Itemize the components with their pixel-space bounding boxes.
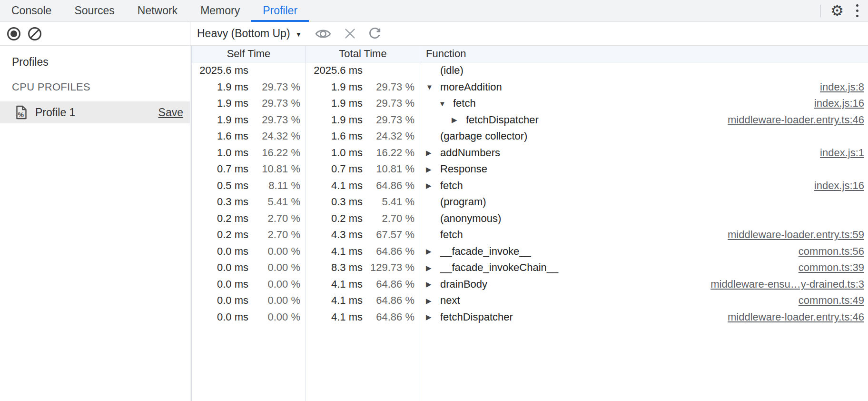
tabbar-right-controls: ⚙ — [820, 0, 868, 21]
self-time-percent: 29.73 % — [248, 97, 306, 110]
self-time-percent: 2.70 % — [248, 212, 306, 225]
source-location-link[interactable]: index.js:8 — [820, 81, 864, 93]
table-row[interactable]: 0.3 ms 5.41 % 0.3 ms 5.41 % (program) — [192, 194, 868, 211]
self-time-ms: 0.5 ms — [192, 180, 248, 192]
clear-profiles-icon[interactable] — [27, 26, 42, 41]
total-time-percent: 29.73 % — [363, 81, 420, 93]
function-cell: ▶ addNumbers index.js:1 — [420, 145, 868, 161]
profiles-heading: Profiles — [0, 56, 190, 69]
self-time-percent: 29.73 % — [248, 114, 306, 126]
function-cell: ▼ fetch index.js:16 — [420, 95, 868, 112]
total-time-ms: 1.0 ms — [306, 147, 363, 159]
self-time-percent: 29.73 % — [248, 81, 306, 93]
toolbar-divider — [820, 5, 821, 17]
expand-arrow-icon[interactable]: ▼ — [439, 100, 453, 107]
total-time-ms: 0.2 ms — [306, 212, 363, 225]
sidebar-item-profile-1[interactable]: % Profile 1 Save — [0, 101, 190, 123]
table-row[interactable]: 1.9 ms 29.73 % 1.9 ms 29.73 % ▶ fetchDis… — [192, 112, 868, 129]
devtools-tabbar: ConsoleSourcesNetworkMemoryProfiler ⚙ — [0, 0, 868, 22]
self-time-ms: 0.7 ms — [192, 163, 248, 175]
total-time-percent: 16.22 % — [363, 147, 420, 159]
expand-arrow-icon[interactable]: ▶ — [426, 149, 440, 156]
panel-tabs: ConsoleSourcesNetworkMemoryProfiler — [0, 0, 309, 21]
grid-body: 2025.6 ms 2025.6 ms (idle) 1.9 ms 29.73 … — [192, 62, 868, 232]
function-name: fetchDispatcher — [466, 114, 539, 126]
self-time-percent: 5.41 % — [248, 196, 306, 208]
grid-header-row: Self Time Total Time Function — [192, 46, 868, 62]
column-header-total-time[interactable]: Total Time — [306, 46, 420, 62]
column-header-function[interactable]: Function — [420, 46, 868, 62]
function-name: addNumbers — [440, 147, 500, 159]
total-time-cell: 0.7 ms 10.81 % — [306, 161, 420, 178]
profile-name: Profile 1 — [35, 106, 75, 119]
self-time-cell: 1.9 ms 29.73 % — [192, 112, 306, 129]
total-time-ms: 1.9 ms — [306, 81, 363, 93]
settings-gear-icon[interactable]: ⚙ — [830, 3, 844, 18]
column-header-self-time[interactable]: Self Time — [192, 46, 306, 62]
exclude-function-x-icon[interactable] — [344, 27, 356, 40]
total-time-ms: 0.3 ms — [306, 196, 363, 208]
source-location-link[interactable]: index.js:1 — [820, 147, 864, 159]
focus-function-eye-icon[interactable] — [315, 28, 332, 40]
devtools-body: Profiles CPU PROFILES % Profile 1 Save H… — [0, 22, 868, 401]
total-time-cell: 1.6 ms 24.32 % — [306, 128, 420, 145]
total-time-percent: 10.81 % — [363, 163, 420, 175]
record-profile-icon[interactable] — [6, 26, 21, 41]
expand-arrow-icon[interactable]: ▶ — [452, 116, 466, 123]
table-row[interactable]: 1.9 ms 29.73 % 1.9 ms 29.73 % ▼ moreAddi… — [192, 79, 868, 96]
tab-console[interactable]: Console — [0, 0, 63, 21]
self-time-ms: 1.9 ms — [192, 81, 248, 93]
restore-functions-refresh-icon[interactable] — [367, 26, 382, 41]
source-location-link[interactable]: index.js:16 — [814, 97, 864, 110]
table-row[interactable]: 1.9 ms 29.73 % 1.9 ms 29.73 % ▼ fetch in… — [192, 95, 868, 112]
source-location-link[interactable]: index.js:16 — [814, 180, 864, 192]
dropdown-caret-icon: ▼ — [296, 30, 302, 38]
profile-view-toolbar: Heavy (Bottom Up) ▼ — [190, 22, 868, 46]
total-time-ms: 2025.6 ms — [306, 64, 363, 77]
profile-data-grid: Self Time Total Time Function 2025.6 ms … — [191, 46, 868, 401]
function-cell: (anonymous) — [420, 211, 868, 227]
self-time-cell: 0.3 ms 5.41 % — [192, 194, 306, 211]
function-cell: (program) — [420, 194, 868, 211]
save-profile-link[interactable]: Save — [158, 106, 183, 119]
total-time-percent: 2.70 % — [363, 212, 420, 225]
view-mode-dropdown[interactable]: Heavy (Bottom Up) ▼ — [197, 27, 302, 40]
total-time-percent: 29.73 % — [363, 97, 420, 110]
view-mode-label: Heavy (Bottom Up) — [197, 27, 290, 40]
cpu-profiles-section-heading: CPU PROFILES — [0, 81, 190, 93]
tab-memory[interactable]: Memory — [189, 0, 251, 21]
function-name: fetch — [440, 180, 463, 192]
devtools-window: ConsoleSourcesNetworkMemoryProfiler ⚙ — [0, 0, 868, 401]
source-location-link[interactable]: middleware-loader.entry.ts:46 — [728, 114, 864, 126]
self-time-ms: 0.2 ms — [192, 212, 248, 225]
self-time-cell: 0.7 ms 10.81 % — [192, 161, 306, 178]
table-row[interactable]: 0.2 ms 2.70 % 0.2 ms 2.70 % (anonymous) — [192, 211, 868, 227]
function-name: (garbage collector) — [440, 130, 527, 142]
svg-text:%: % — [18, 111, 24, 119]
total-time-cell: 1.0 ms 16.22 % — [306, 145, 420, 161]
total-time-cell: 0.2 ms 2.70 % — [306, 211, 420, 227]
more-options-kebab-icon[interactable] — [856, 4, 858, 17]
self-time-ms: 1.9 ms — [192, 114, 248, 126]
function-name: (program) — [440, 196, 486, 208]
table-row[interactable]: 1.6 ms 24.32 % 1.6 ms 24.32 % (garbage c… — [192, 128, 868, 145]
tab-network[interactable]: Network — [126, 0, 189, 21]
total-time-ms: 1.9 ms — [306, 114, 363, 126]
self-time-cell: 1.9 ms 29.73 % — [192, 95, 306, 112]
total-time-cell: 1.9 ms 29.73 % — [306, 79, 420, 96]
self-time-cell: 1.6 ms 24.32 % — [192, 128, 306, 145]
total-time-ms: 0.7 ms — [306, 163, 363, 175]
table-row[interactable]: 0.5 ms 8.11 % 4.1 ms 64.86 % ▶ fetch ind… — [192, 178, 868, 194]
table-row[interactable]: 1.0 ms 16.22 % 1.0 ms 16.22 % ▶ addNumbe… — [192, 145, 868, 161]
tab-profiler[interactable]: Profiler — [251, 0, 309, 21]
expand-arrow-icon[interactable]: ▶ — [426, 166, 440, 173]
profile-document-icon: % — [15, 105, 28, 120]
expand-arrow-icon[interactable]: ▼ — [426, 83, 440, 90]
total-time-percent: 5.41 % — [363, 196, 420, 208]
tab-sources[interactable]: Sources — [63, 0, 126, 21]
expand-arrow-icon[interactable]: ▶ — [426, 182, 440, 189]
function-cell: ▶ fetchDispatcher middleware-loader.entr… — [420, 112, 868, 129]
self-time-cell: 1.9 ms 29.73 % — [192, 79, 306, 96]
table-row[interactable]: 2025.6 ms 2025.6 ms (idle) — [192, 62, 868, 79]
table-row[interactable]: 0.7 ms 10.81 % 0.7 ms 10.81 % ▶ Response — [192, 161, 868, 178]
